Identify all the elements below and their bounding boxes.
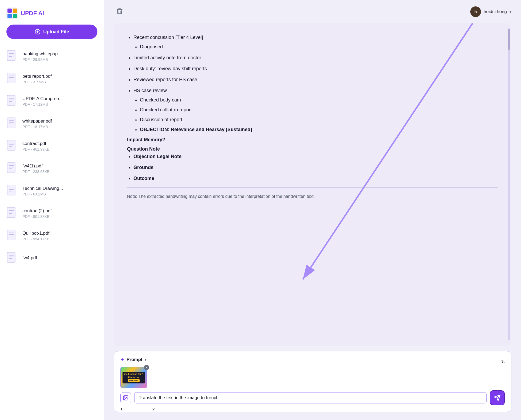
sidebar-header: UPDF AI (0, 0, 104, 25)
file-info: whitepaper.pdf PDF · 18.17MB (22, 119, 97, 129)
file-meta: PDF · 17.12MB (22, 102, 97, 107)
doc-bullets-level1: Recent concussion [Tier 4 Level] Diagnos… (133, 34, 498, 133)
prompt-dropdown-button[interactable]: ▾ (145, 358, 147, 362)
file-info: UPDF-A Compreh... PDF · 17.12MB (22, 96, 97, 107)
svg-point-51 (124, 397, 125, 397)
file-list-item[interactable]: Technical Drawing... PDF · 6.62MB (2, 180, 102, 202)
list-item: HS case review Checked body cam Checked … (133, 87, 498, 133)
file-list-item[interactable]: contract.pdf PDF · 461.99KB (2, 135, 102, 157)
prompt-text-input[interactable] (134, 392, 487, 403)
file-name: Technical Drawing... (22, 186, 97, 191)
username-label: heidi zhong (484, 9, 507, 14)
file-info: banking whitepap... PDF · 29.92MB (22, 51, 97, 62)
file-icon (6, 252, 18, 265)
file-icon (6, 50, 18, 63)
file-info: Technical Drawing... PDF · 6.62MB (22, 186, 97, 196)
input-row (120, 390, 505, 405)
file-info: fw4(1).pdf PDF · 238.68KB (22, 163, 97, 174)
file-name: contract.pdf (22, 141, 97, 146)
list-item: Limited activity note from doctor (133, 54, 498, 61)
updf-logo-icon (6, 7, 18, 19)
image-icon (123, 395, 129, 401)
file-list-item[interactable]: fw4.pdf (2, 247, 102, 269)
file-name: UPDF-A Compreh... (22, 96, 97, 101)
list-item: Outcome (133, 175, 498, 182)
prompt-box: ✦ Prompt ▾ ine License for APlatformsGet… (114, 351, 511, 412)
file-list-item[interactable]: whitepaper.pdf PDF · 18.17MB (2, 113, 102, 135)
file-name: contract(2).pdf (22, 208, 97, 214)
document-content: Recent concussion [Tier 4 Level] Diagnos… (114, 23, 511, 346)
image-input-button[interactable] (120, 392, 131, 403)
upload-icon (35, 29, 41, 35)
prompt-label: Prompt (127, 357, 143, 362)
file-meta: PDF · 3.77MB (22, 80, 97, 84)
list-item: Discussion of report (140, 116, 498, 123)
file-list-item[interactable]: UPDF-A Compreh... PDF · 17.12MB (2, 90, 102, 112)
image-thumbnail-container: ine License for APlatformsGet Now × (120, 367, 147, 388)
sidebar: UPDF AI Upload File banking whitepap... … (0, 0, 104, 420)
list-item: Diagnosed (140, 43, 498, 50)
svg-rect-44 (7, 252, 15, 262)
content-area: Recent concussion [Tier 4 Level] Diagnos… (114, 23, 511, 420)
file-name: whitepaper.pdf (22, 119, 97, 124)
file-list-item[interactable]: banking whitepap... PDF · 29.92MB (2, 45, 102, 67)
file-list-item[interactable]: pets report.pdf PDF · 3.77MB (2, 68, 102, 90)
send-icon (494, 394, 501, 401)
file-info: fw4.pdf (22, 255, 97, 261)
chevron-down-icon: ▾ (510, 10, 511, 14)
thumbnail-close-button[interactable]: × (144, 365, 149, 370)
scrollbar-thumb[interactable] (508, 29, 510, 50)
file-list-item[interactable]: fw4(1).pdf PDF · 238.68KB (2, 158, 102, 179)
svg-rect-16 (7, 95, 15, 105)
section-title-impact-memory: Impact Memory? (127, 137, 498, 143)
sparkle-icon: ✦ (120, 357, 124, 363)
file-info: contract.pdf PDF · 461.99KB (22, 141, 97, 151)
file-icon (6, 139, 18, 153)
file-info: pets report.pdf PDF · 3.77MB (22, 74, 97, 84)
scrollbar-track[interactable] (508, 29, 510, 340)
file-name: fw4(1).pdf (22, 163, 97, 169)
svg-rect-2 (13, 9, 17, 13)
file-list-item[interactable]: contract(2).pdf PDF · 801.88KB (2, 202, 102, 224)
list-item: Checked colllattro report (140, 106, 498, 113)
svg-rect-20 (7, 118, 15, 128)
user-menu[interactable]: h heidi zhong ▾ (470, 6, 511, 17)
list-item: OBJECTION: Relevance and Hearsay [Sustai… (140, 126, 498, 133)
svg-rect-32 (7, 185, 15, 195)
file-icon (6, 162, 18, 175)
svg-rect-1 (7, 9, 12, 13)
file-icon (6, 229, 18, 242)
file-icon (6, 72, 18, 85)
file-name: fw4.pdf (22, 255, 97, 261)
thumbnail-content-text: ine License for APlatformsGet Now (123, 372, 145, 383)
upload-file-button[interactable]: Upload File (6, 25, 97, 39)
app-title: UPDF AI (21, 10, 44, 17)
list-item: Grounds (133, 164, 498, 171)
trash-icon (116, 7, 123, 15)
file-name: pets report.pdf (22, 74, 97, 79)
file-info: Quillbot-1.pdf PDF · 954.17KB (22, 231, 97, 241)
file-icon (6, 207, 18, 220)
svg-rect-8 (7, 50, 15, 61)
file-icon (6, 117, 18, 130)
list-item: Checked body cam (140, 96, 498, 104)
file-name: Quillbot-1.pdf (22, 231, 97, 236)
prompt-header: ✦ Prompt ▾ (120, 357, 505, 363)
file-icon (6, 95, 18, 108)
file-list-item[interactable]: Quillbot-1.pdf PDF · 954.17KB (2, 225, 102, 247)
file-meta: PDF · 238.68KB (22, 170, 97, 174)
label-num-2: 2. (152, 407, 156, 411)
svg-rect-4 (13, 14, 17, 18)
file-icon (6, 184, 18, 198)
trash-button[interactable] (114, 5, 125, 18)
list-item: Reviewed reports for HS case (133, 76, 498, 83)
file-meta: PDF · 461.99KB (22, 147, 97, 151)
file-meta: PDF · 29.92MB (22, 57, 97, 62)
file-info: contract(2).pdf PDF · 801.88KB (22, 208, 97, 219)
list-item: Objection Legal Note (133, 153, 498, 160)
svg-rect-36 (7, 207, 15, 218)
file-list: banking whitepap... PDF · 29.92MB pets r… (0, 45, 104, 420)
list-item: Desk duty: review day shift reports (133, 65, 498, 72)
section-title-question-note: Question Note (127, 146, 498, 152)
send-button[interactable] (490, 390, 505, 405)
